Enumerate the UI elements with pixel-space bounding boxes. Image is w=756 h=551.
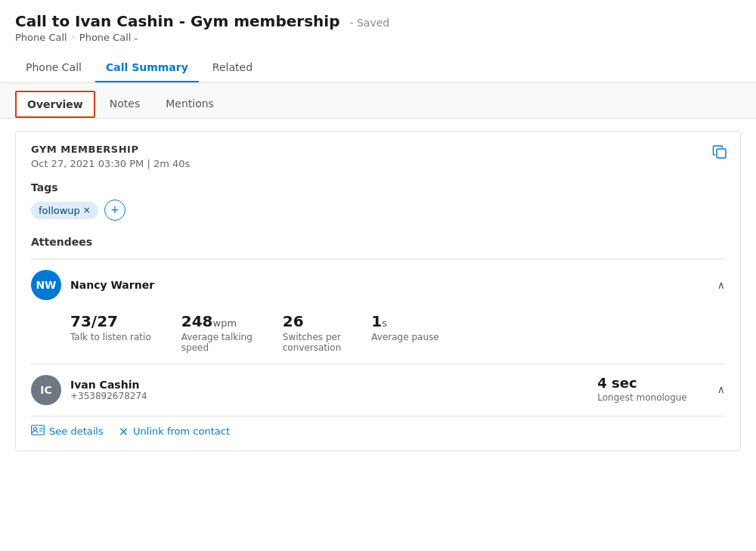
breadcrumb-phonecall2: Phone Call: [79, 32, 132, 43]
tag-followup: followup ×: [31, 202, 98, 219]
call-date: Oct 27, 2021 03:30 PM: [31, 158, 144, 169]
stat-value-talk-listen: 73/27: [70, 312, 151, 330]
tab-call-summary[interactable]: Call Summary: [95, 54, 199, 82]
avatar-ic: IC: [31, 375, 61, 405]
chevron-down-icon: ⌄: [132, 33, 138, 42]
call-meta-separator: |: [147, 158, 153, 169]
stat-value-switches: 26: [283, 312, 342, 330]
call-duration: 2m 40s: [153, 158, 190, 169]
header: Call to Ivan Cashin - Gym membership - S…: [0, 0, 756, 46]
page-title: Call to Ivan Cashin - Gym membership - S…: [15, 12, 741, 30]
attendee-phone-ic: +353892678274: [70, 391, 147, 401]
stat-longest-monologue: 4 sec Longest monologue: [597, 375, 686, 403]
stat-label-avg-pause: Average pause: [371, 332, 438, 342]
collapse-btn-ic[interactable]: ∧: [717, 383, 725, 395]
actions-row: See details × Unlink from contact: [31, 416, 725, 438]
avatar-initials-nw: NW: [36, 279, 56, 291]
stat-value-talking-speed: 248wpm: [181, 312, 253, 330]
attendee-name-ic: Ivan Cashin: [70, 379, 147, 391]
copy-icon[interactable]: [711, 144, 728, 164]
call-card-title: GYM MEMBERSHIP: [31, 144, 725, 155]
stats-grid-nw: 73/27 Talk to listen ratio 248wpm Averag…: [70, 312, 725, 353]
attendee-info-ic: IC Ivan Cashin +353892678274: [31, 375, 147, 405]
call-card: GYM MEMBERSHIP Oct 27, 2021 03:30 PM | 2…: [15, 131, 741, 451]
avatar-initials-ic: IC: [40, 384, 51, 396]
content-area: GYM MEMBERSHIP Oct 27, 2021 03:30 PM | 2…: [0, 119, 756, 463]
attendee-row-nw: NW Nancy Warner ∧ 73/27 Talk to listen: [31, 258, 725, 353]
stat-label-monologue: Longest monologue: [597, 392, 686, 403]
tags-section: Tags followup × +: [31, 181, 725, 221]
breadcrumb-phonecall1: Phone Call: [15, 32, 67, 43]
sub-tabs: Overview Notes Mentions: [0, 83, 756, 119]
tag-label: followup: [39, 205, 80, 216]
unlink-icon: ×: [119, 424, 129, 438]
add-tag-button[interactable]: +: [104, 200, 125, 221]
stat-label-talk-listen: Talk to listen ratio: [70, 332, 151, 342]
tab-phone-call[interactable]: Phone Call: [15, 54, 92, 82]
subtab-overview[interactable]: Overview: [15, 91, 95, 118]
tag-remove-btn[interactable]: ×: [83, 206, 91, 215]
stat-label-switches: Switches perconversation: [283, 332, 342, 353]
stat-talk-listen: 73/27 Talk to listen ratio: [70, 312, 151, 353]
breadcrumb: Phone Call · Phone Call ⌄: [15, 32, 741, 43]
attendee-header-nw: NW Nancy Warner ∧: [31, 270, 725, 300]
see-details-link[interactable]: See details: [31, 424, 104, 438]
svg-point-2: [34, 428, 37, 431]
svg-rect-0: [717, 149, 726, 158]
ic-right: 4 sec Longest monologue ∧: [597, 375, 725, 403]
tab-related[interactable]: Related: [202, 54, 263, 82]
nav-tabs: Phone Call Call Summary Related: [0, 54, 756, 83]
call-card-meta: Oct 27, 2021 03:30 PM | 2m 40s: [31, 158, 725, 169]
stat-avg-pause: 1s Average pause: [371, 312, 438, 353]
stat-value-avg-pause: 1s: [371, 312, 438, 330]
unlink-label: Unlink from contact: [133, 426, 230, 437]
subtab-mentions[interactable]: Mentions: [154, 91, 225, 118]
subtab-notes[interactable]: Notes: [98, 91, 151, 118]
attendee-name-nw: Nancy Warner: [70, 279, 154, 291]
stat-talking-speed: 248wpm Average talkingspeed: [181, 312, 253, 353]
attendee-row-ic: IC Ivan Cashin +353892678274 4 se: [31, 364, 725, 405]
stat-label-talking-speed: Average talkingspeed: [181, 332, 253, 353]
person-card-icon: [31, 424, 45, 438]
collapse-btn-nw[interactable]: ∧: [717, 279, 725, 291]
tags-list: followup × +: [31, 200, 725, 221]
see-details-label: See details: [49, 426, 104, 437]
svg-rect-1: [32, 426, 45, 435]
title-text: Call to Ivan Cashin - Gym membership: [15, 12, 339, 30]
breadcrumb-phonecall2-dropdown[interactable]: Phone Call ⌄: [79, 32, 139, 43]
stat-switches: 26 Switches perconversation: [283, 312, 342, 353]
saved-label: - Saved: [349, 17, 389, 29]
attendees-label: Attendees: [31, 236, 725, 248]
dot-separator: ·: [72, 32, 75, 43]
tags-label: Tags: [31, 181, 725, 193]
unlink-contact-link[interactable]: × Unlink from contact: [119, 424, 230, 438]
stat-value-monologue: 4 sec: [597, 375, 686, 391]
avatar-nw: NW: [31, 270, 61, 300]
attendee-details-ic: Ivan Cashin +353892678274: [70, 379, 147, 401]
attendees-section: Attendees NW Nancy Warner ∧: [31, 236, 725, 438]
attendee-info-nw: NW Nancy Warner: [31, 270, 154, 300]
